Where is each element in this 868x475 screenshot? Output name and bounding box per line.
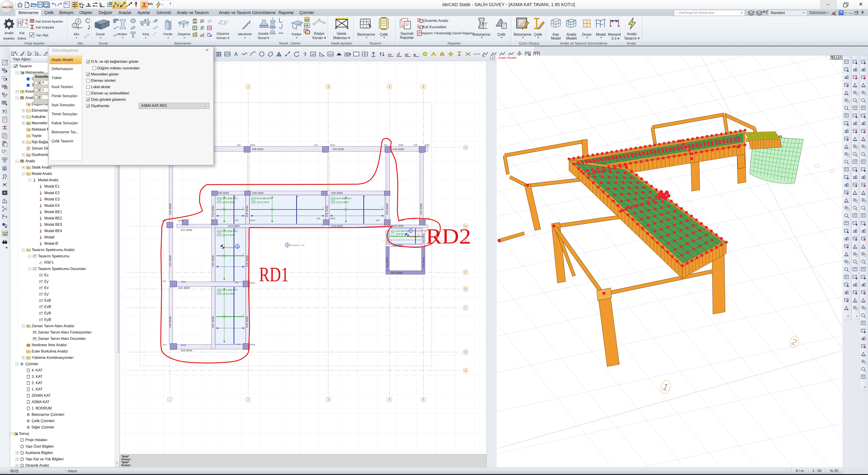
svg-text:C: C bbox=[465, 306, 467, 310]
svg-text:3P: 3P bbox=[405, 53, 408, 57]
svg-text:3: 3 bbox=[327, 398, 329, 401]
svg-text:S02: S02 bbox=[237, 144, 241, 146]
svg-text:S07: S07 bbox=[235, 219, 239, 221]
svg-text:2: 2 bbox=[235, 195, 236, 198]
svg-text:K31 30/60: K31 30/60 bbox=[169, 255, 172, 267]
svg-text:Komut :: Komut : bbox=[121, 464, 131, 467]
svg-text:45/65: 45/65 bbox=[181, 281, 186, 283]
svg-text:S11: S11 bbox=[163, 280, 166, 282]
svg-text:45/65: 45/65 bbox=[250, 344, 255, 346]
svg-text:d=18: d=18 bbox=[331, 201, 335, 203]
svg-text:*İptal*: *İptal* bbox=[121, 455, 129, 458]
svg-text:RM ASMAKAT - RD1: RM ASMAKAT - RD1 bbox=[290, 245, 305, 246]
svg-text:RD2: RD2 bbox=[426, 224, 471, 248]
svg-text:2: 2 bbox=[297, 195, 298, 198]
svg-text:K15 25/50: K15 25/50 bbox=[393, 225, 403, 227]
svg-text:A: A bbox=[465, 369, 467, 372]
svg-text:P01 30/360: P01 30/360 bbox=[391, 272, 403, 274]
svg-text:E: E bbox=[465, 271, 467, 274]
svg-text:D20: D20 bbox=[217, 289, 221, 291]
svg-text:45/65: 45/65 bbox=[250, 144, 255, 146]
svg-text:H: H bbox=[465, 146, 467, 149]
svg-text:K30 30/60: K30 30/60 bbox=[169, 316, 172, 328]
svg-text:S14: S14 bbox=[237, 343, 241, 345]
svg-text:K16 30/60: K16 30/60 bbox=[393, 148, 404, 151]
svg-text:K47 30/60: K47 30/60 bbox=[420, 203, 423, 215]
svg-text:RM ASMAKAT - RD1: RM ASMAKAT - RD1 bbox=[225, 247, 240, 248]
svg-text:d=18: d=18 bbox=[217, 201, 221, 203]
svg-text:5: 5 bbox=[423, 398, 424, 401]
svg-text:2: 2 bbox=[235, 228, 236, 230]
svg-text:d=18: d=18 bbox=[217, 293, 221, 295]
svg-text:K51 30/60: K51 30/60 bbox=[212, 316, 214, 328]
svg-text:2: 2 bbox=[247, 398, 249, 401]
svg-text:N: N bbox=[147, 19, 149, 21]
svg-text:G=0.598 tf/m²: G=0.598 tf/m² bbox=[336, 197, 352, 200]
svg-text:*İptal*: *İptal* bbox=[121, 461, 129, 464]
svg-text:d=18: d=18 bbox=[217, 234, 221, 236]
svg-text:1: 1 bbox=[243, 207, 244, 209]
svg-text:RM ASMAKAT - RD2: RM ASMAKAT - RD2 bbox=[409, 236, 424, 238]
svg-text:2: 2 bbox=[364, 195, 365, 198]
svg-text:Q=0.5 tf/m²: Q=0.5 tf/m² bbox=[257, 201, 270, 203]
svg-text:K12 30/60: K12 30/60 bbox=[181, 229, 192, 231]
svg-text:mm²: mm² bbox=[329, 53, 333, 56]
svg-text:K13 30/60: K13 30/60 bbox=[228, 225, 240, 227]
svg-text:S09: S09 bbox=[376, 219, 379, 221]
svg-text:?: ? bbox=[2, 109, 5, 114]
svg-text:K50 30/60: K50 30/60 bbox=[331, 192, 343, 194]
svg-text:1: 1 bbox=[382, 207, 383, 209]
svg-text:K52 30/60: K52 30/60 bbox=[212, 255, 214, 267]
svg-text:A: A bbox=[77, 20, 79, 23]
svg-text:K55 30/60: K55 30/60 bbox=[326, 205, 328, 217]
svg-text:1: 1 bbox=[169, 398, 170, 401]
svg-text:5: 5 bbox=[423, 85, 424, 89]
svg-text:Komut :: Komut : bbox=[121, 458, 131, 461]
svg-text:Analiz Modeli: Analiz Modeli bbox=[498, 56, 516, 59]
svg-text:4: 4 bbox=[389, 85, 391, 89]
svg-text:1: 1 bbox=[243, 253, 244, 255]
svg-text:K21 30/60: K21 30/60 bbox=[179, 287, 190, 289]
svg-text:P03 300/30: P03 300/30 bbox=[423, 257, 425, 268]
svg-text:d=18: d=18 bbox=[251, 201, 256, 203]
svg-text:45/65: 45/65 bbox=[425, 144, 430, 146]
svg-text:65/45: 65/45 bbox=[250, 282, 255, 284]
svg-text:65/45: 65/45 bbox=[250, 219, 255, 221]
svg-text:K09 30/60: K09 30/60 bbox=[333, 148, 344, 151]
svg-text:G=0.545 tf/m²: G=0.545 tf/m² bbox=[396, 230, 410, 232]
svg-text:S03: S03 bbox=[314, 144, 318, 146]
svg-text:45/65: 45/65 bbox=[398, 144, 403, 146]
svg-text:P02 300/30: P02 300/30 bbox=[386, 257, 388, 268]
svg-text:1: 1 bbox=[418, 233, 420, 236]
svg-text:S04: S04 bbox=[384, 144, 388, 146]
svg-text:K54 30/60: K54 30/60 bbox=[246, 205, 248, 217]
svg-text:m²: m² bbox=[312, 53, 315, 56]
svg-text:K34 30/60: K34 30/60 bbox=[246, 316, 248, 328]
svg-text:G=0.598 tf/m²: G=0.598 tf/m² bbox=[257, 197, 272, 200]
svg-text:K48 30/60: K48 30/60 bbox=[218, 192, 229, 194]
svg-text:S05: S05 bbox=[414, 144, 417, 146]
svg-text:45/65: 45/65 bbox=[330, 217, 335, 220]
svg-text:1: 1 bbox=[322, 207, 324, 209]
svg-text:65/45: 65/45 bbox=[330, 144, 335, 146]
svg-text:B: B bbox=[465, 350, 467, 354]
svg-text:S08: S08 bbox=[316, 217, 320, 220]
svg-text:A: A bbox=[234, 51, 238, 57]
svg-text:4: 4 bbox=[389, 398, 391, 401]
svg-text:K40 25/50: K40 25/50 bbox=[423, 234, 425, 243]
svg-text:S12: S12 bbox=[235, 281, 239, 284]
svg-text:1: 1 bbox=[74, 24, 75, 27]
svg-text:K08 30/60: K08 30/60 bbox=[252, 148, 264, 151]
svg-text:K32 30/60: K32 30/60 bbox=[169, 203, 172, 215]
svg-text:D15: D15 bbox=[391, 230, 395, 232]
svg-text:K44 30/60: K44 30/60 bbox=[386, 203, 389, 215]
svg-text:2: 2 bbox=[235, 287, 236, 289]
svg-text:D16: D16 bbox=[217, 197, 221, 200]
svg-text:⊕: ⊕ bbox=[413, 53, 416, 57]
svg-text:K24 30/60: K24 30/60 bbox=[181, 349, 192, 352]
svg-text:XY: XY bbox=[388, 53, 392, 57]
svg-text:K49 30/60: K49 30/60 bbox=[252, 192, 264, 194]
svg-text:D19: D19 bbox=[217, 230, 221, 232]
svg-text:D: D bbox=[465, 287, 467, 291]
svg-text:Z: Z bbox=[397, 53, 399, 57]
